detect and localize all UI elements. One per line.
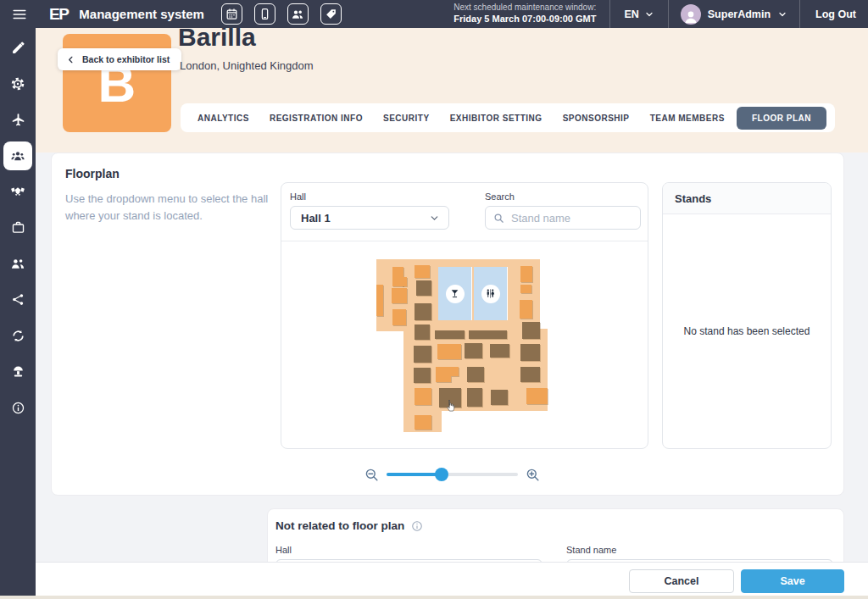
chevron-down-icon	[644, 9, 654, 19]
map-stand[interactable]	[467, 367, 484, 382]
tab-floor-plan[interactable]: FLOOR PLAN	[737, 107, 826, 130]
map-stand[interactable]	[414, 368, 431, 383]
page-bottom-strip	[0, 596, 868, 599]
map-stand[interactable]	[520, 344, 540, 361]
map-room-cocktail[interactable]	[438, 267, 472, 320]
chevron-left-icon	[66, 55, 75, 64]
zoom-out-icon[interactable]	[364, 467, 380, 486]
attendees-icon[interactable]	[287, 3, 309, 25]
sidebar-item-share[interactable]	[0, 282, 36, 319]
settings-gear-icon	[3, 69, 32, 98]
map-stand[interactable]	[520, 367, 540, 382]
sidebar-item-edit[interactable]	[0, 30, 36, 66]
map-stand[interactable]	[416, 280, 431, 296]
chevron-down-icon	[777, 9, 787, 19]
stands-empty-message: No stand has been selected	[663, 214, 831, 448]
cancel-button[interactable]: Cancel	[629, 569, 734, 593]
floorplan-viewport[interactable]	[281, 241, 648, 448]
exhibitor-tabs: ANALYTICSREGISTRATION INFOSECURITYEXHIBI…	[181, 103, 835, 132]
services-briefcase-icon	[3, 214, 32, 242]
map-stand[interactable]	[522, 322, 540, 339]
hall-dropdown[interactable]: Hall 1	[290, 206, 449, 230]
sidebar-item-flights[interactable]	[0, 102, 36, 138]
map-stand[interactable]	[415, 415, 431, 430]
stand-podium-icon	[3, 358, 32, 386]
tab-team-members[interactable]: TEAM MEMBERS	[642, 107, 733, 130]
floorplan-section: Floorplan Use the dropdown menu to selec…	[51, 153, 844, 496]
save-button[interactable]: Save	[741, 569, 844, 593]
app-logo: EP	[49, 5, 68, 24]
tag-icon[interactable]	[320, 3, 342, 25]
mobile-device-icon[interactable]	[254, 3, 275, 25]
tab-sponsorship[interactable]: SPONSORSHIP	[554, 107, 638, 130]
hamburger-menu-icon[interactable]	[10, 5, 29, 24]
sidebar-item-sync[interactable]	[0, 318, 36, 354]
nr-hall-label: Hall	[275, 545, 542, 555]
map-stand[interactable]	[436, 367, 451, 382]
share-network-icon	[3, 286, 32, 314]
map-stand[interactable]	[491, 390, 508, 405]
map-stand[interactable]	[526, 388, 548, 404]
tab-analytics[interactable]: ANALYTICS	[189, 107, 258, 130]
map-stand[interactable]	[376, 285, 383, 316]
map-room-restroom[interactable]	[474, 267, 508, 320]
chevron-down-icon	[429, 213, 440, 224]
map-stand[interactable]	[415, 303, 431, 320]
map-stand[interactable]	[392, 309, 406, 325]
logout-button[interactable]: Log Out	[800, 8, 856, 20]
cocktail-icon	[446, 285, 465, 303]
exhibitor-name: Barilla	[178, 28, 256, 52]
sidebar-item-partners[interactable]	[0, 174, 36, 210]
map-stand[interactable]	[402, 277, 407, 286]
map-stand[interactable]	[435, 330, 465, 339]
sidebar-item-exhibitors[interactable]	[0, 138, 36, 175]
stands-panel-title: Stands	[663, 183, 831, 214]
map-stand[interactable]	[414, 346, 431, 363]
maintenance-notice: Next scheduled maintenance window: Frida…	[453, 3, 596, 25]
tab-exhibitor-setting[interactable]: EXHIBITOR SETTING	[442, 107, 551, 130]
app-title: Management system	[79, 7, 204, 21]
calendar-icon[interactable]	[221, 3, 242, 25]
sidebar-item-settings[interactable]	[0, 66, 36, 103]
tab-registration-info[interactable]: REGISTRATION INFO	[261, 107, 371, 130]
map-stand[interactable]	[392, 288, 407, 303]
search-icon	[492, 212, 505, 225]
map-stand[interactable]	[415, 388, 431, 405]
flights-plane-icon	[3, 105, 32, 134]
zoom-in-icon[interactable]	[525, 467, 541, 486]
main-page: B Back to exhibitor list Barilla London,…	[36, 28, 868, 596]
language-selector[interactable]: EN	[610, 8, 667, 20]
floorplan-map-card: Hall Hall 1 Search	[281, 182, 648, 449]
tab-security[interactable]: SECURITY	[375, 107, 438, 130]
map-stand[interactable]	[469, 330, 507, 339]
back-to-exhibitor-list-button[interactable]: Back to exhibitor list	[58, 48, 181, 70]
map-stand[interactable]	[490, 344, 509, 358]
map-stand[interactable]	[520, 300, 532, 319]
sidebar-item-info[interactable]	[0, 390, 36, 426]
info-circle-icon	[3, 393, 32, 422]
map-stand[interactable]	[465, 343, 482, 358]
action-footer: Cancel Save	[36, 562, 868, 596]
partners-handshake-icon	[3, 177, 32, 206]
map-stand[interactable]	[439, 388, 461, 408]
map-stand[interactable]	[437, 344, 461, 359]
map-stand[interactable]	[415, 324, 430, 340]
not-related-title: Not related to floor plan	[275, 519, 423, 532]
sidebar-item-team[interactable]	[0, 246, 36, 282]
stands-panel: Stands No stand has been selected	[662, 182, 832, 449]
map-stand[interactable]	[520, 266, 532, 282]
map-stand[interactable]	[451, 367, 459, 376]
map-stand[interactable]	[415, 265, 430, 278]
map-stand[interactable]	[467, 388, 482, 407]
map-stand[interactable]	[520, 285, 531, 293]
zoom-slider-fill	[387, 473, 442, 476]
sync-refresh-icon	[3, 321, 32, 350]
zoom-slider-thumb[interactable]	[435, 468, 448, 481]
zoom-slider-track[interactable]	[387, 473, 518, 476]
user-menu[interactable]: SuperAdmin	[669, 4, 799, 25]
info-icon[interactable]	[411, 520, 423, 532]
stand-search-input[interactable]	[511, 212, 633, 225]
sidebar-item-services[interactable]	[0, 210, 36, 247]
sidebar-item-stands[interactable]	[0, 354, 36, 391]
team-people-icon	[3, 249, 32, 278]
